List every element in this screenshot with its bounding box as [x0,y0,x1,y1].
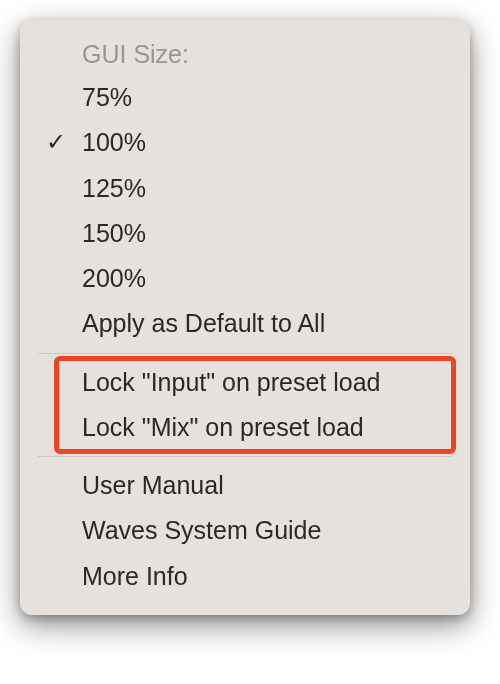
menu-item-label: 75% [82,83,132,111]
user-manual[interactable]: User Manual [20,463,470,508]
menu-item-label: Lock "Input" on preset load [82,368,381,396]
gui-size-200[interactable]: ✓ 200% [20,256,470,301]
checkmark-icon: ✓ [46,127,66,157]
menu-divider [38,353,452,354]
menu-item-label: Waves System Guide [82,516,321,544]
context-menu: GUI Size: ✓ 75% ✓ 100% ✓ 125% ✓ 150% ✓ 2… [20,20,470,615]
lock-group: Lock "Input" on preset load Lock "Mix" o… [20,360,470,451]
menu-item-label: 100% [82,128,146,156]
gui-size-100[interactable]: ✓ 100% [20,120,470,165]
menu-item-label: More Info [82,562,188,590]
menu-item-label: Lock "Mix" on preset load [82,413,364,441]
menu-item-label: Apply as Default to All [82,309,325,337]
menu-item-label: User Manual [82,471,224,499]
apply-default[interactable]: Apply as Default to All [20,301,470,346]
gui-size-125[interactable]: ✓ 125% [20,166,470,211]
gui-size-150[interactable]: ✓ 150% [20,211,470,256]
menu-item-label: 200% [82,264,146,292]
menu-divider [38,456,452,457]
menu-item-label: 150% [82,219,146,247]
gui-size-header: GUI Size: [20,34,470,75]
waves-system-guide[interactable]: Waves System Guide [20,508,470,553]
gui-size-75[interactable]: ✓ 75% [20,75,470,120]
lock-input-on-preset-load[interactable]: Lock "Input" on preset load [20,360,470,405]
more-info[interactable]: More Info [20,554,470,599]
menu-item-label: 125% [82,174,146,202]
lock-mix-on-preset-load[interactable]: Lock "Mix" on preset load [20,405,470,450]
